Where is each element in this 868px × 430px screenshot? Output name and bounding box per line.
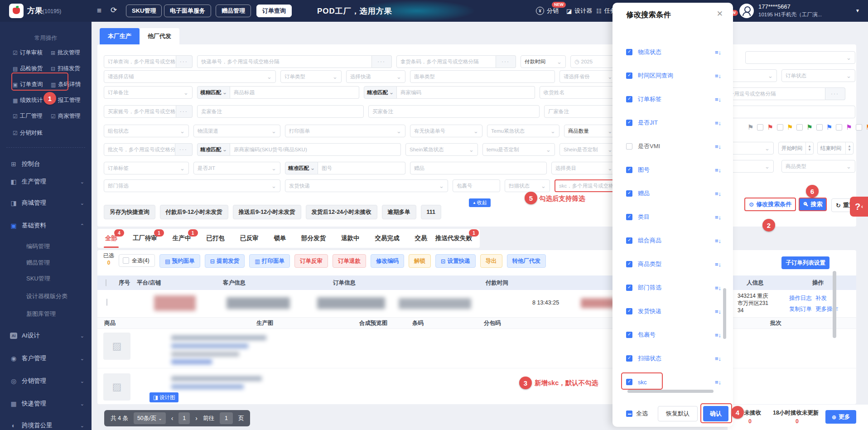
temu-urgent-select[interactable]: Temu紧急状态 (487, 125, 559, 137)
user-caret-icon[interactable]: ▼ (855, 8, 860, 13)
ship-courier-select[interactable]: 发货快递 (285, 179, 448, 192)
end-time-stepper[interactable]: 结束时间▲▼ (817, 142, 854, 155)
panel-item-package-no[interactable]: 包裹号≡↓ (626, 329, 721, 340)
right-select-1[interactable] (745, 51, 855, 64)
menu-fold-icon[interactable]: ≡ (97, 7, 101, 14)
sidebar-sub-gallery[interactable]: 新图库管理 (26, 310, 56, 318)
has-tracking-select[interactable]: 有无快递单号 (410, 125, 482, 137)
nav-gift-management[interactable]: 赠品管理 (216, 5, 251, 17)
order-status-select[interactable]: 订单状态 (781, 69, 855, 82)
shein-custom-select[interactable]: Shein是否定制 (559, 143, 617, 156)
reissue-link[interactable]: 补发 (815, 295, 827, 302)
original-merchant-code-input[interactable]: 原商家编码(SKU货号/商品SKU) (230, 143, 401, 156)
panel-item-order-tag[interactable]: 订单标签≡↓ (626, 94, 721, 105)
figure-no-input[interactable]: 图号 (318, 162, 405, 174)
next-page-icon[interactable]: › (195, 415, 198, 422)
early-ship-button[interactable]: ⊟提前发货 (205, 254, 245, 268)
panel-item-gift[interactable]: 赠品≡↓ (626, 188, 721, 199)
design-image-badge[interactable]: ◨设计图 (149, 392, 178, 402)
status-tab-in-production[interactable]: 生产中1 (165, 229, 199, 248)
quick-filter-ship-12-24[interactable]: 发货后12-24小时未揽收 (306, 205, 377, 219)
tracking-no-more-icon[interactable]: ··· (372, 55, 392, 68)
right-more-icon[interactable]: ··· (825, 87, 845, 100)
sort-handle-icon[interactable]: ≡↓ (715, 237, 721, 244)
merchant-code-input[interactable]: 商家编码 (397, 86, 535, 99)
sort-handle-icon[interactable]: ≡↓ (715, 190, 721, 197)
waybill-type-input[interactable]: 面单类型 (410, 70, 555, 83)
print-waybill-select[interactable]: 打印面单 (285, 125, 405, 137)
panel-select-all[interactable]: 全选 (626, 410, 648, 418)
header-checkbox[interactable] (106, 279, 106, 286)
status-tab-push-dropship-failed[interactable]: 推送代发失败1 (428, 229, 480, 248)
sort-handle-icon[interactable]: ≡↓ (715, 285, 721, 291)
panel-horizontal-scrollbar[interactable] (627, 390, 714, 393)
order-tag-select[interactable]: 订单标签 (104, 162, 189, 174)
status-tab-locked[interactable]: 锁单 (266, 229, 294, 248)
checkbox-unchecked-icon[interactable] (626, 143, 632, 150)
op-log-link[interactable]: 操作日志 (789, 295, 812, 302)
copy-order-link[interactable]: 复制订单 (789, 305, 812, 313)
checkbox-indeterminate-icon[interactable] (626, 411, 632, 417)
product-qty-select[interactable]: 商品数量 (564, 125, 617, 137)
panel-item-combo-product[interactable]: 组合商品≡↓ (626, 235, 721, 246)
sort-handle-icon[interactable]: ≡↓ (715, 214, 721, 221)
product-title-input[interactable]: 商品标题 (230, 86, 359, 99)
sidebar-quick-distribution-recon[interactable]: ☑分销对账 (13, 129, 43, 137)
quick-filter-111[interactable]: 111 (421, 205, 441, 219)
checkbox-checked-icon[interactable] (626, 285, 632, 291)
nav-order-query[interactable]: 订单查询 (256, 5, 292, 17)
start-time-stepper[interactable]: 开始时间▲▼ (778, 142, 814, 155)
status-tab-refunding[interactable]: 退款中 (333, 229, 367, 248)
select-all-checkbox[interactable]: 全选(4) (119, 254, 155, 267)
select-all-box-icon[interactable] (123, 257, 129, 264)
pay-time-select[interactable]: 付款时间 (521, 55, 566, 68)
sidebar-item-customer[interactable]: ◉客户管理⌄ (10, 354, 84, 362)
checkbox-checked-icon[interactable] (626, 120, 632, 126)
flag-purple-checkbox[interactable] (856, 124, 862, 130)
pack-status-select[interactable]: 组包状态 (104, 125, 189, 137)
suborder-list-settings-button[interactable]: 子订单列表设置 (781, 256, 829, 269)
transfer-dropship-button[interactable]: 转他厂代发 (507, 254, 546, 268)
sidebar-quick-scan-ship[interactable]: ⊟扫描发货 (51, 65, 80, 72)
sidebar-quick-barcode-detail[interactable]: ▥条码详情 (51, 81, 81, 88)
sort-handle-icon[interactable]: ≡↓ (715, 308, 721, 315)
exact-match-select-3[interactable]: 精准匹配 (285, 162, 318, 174)
exact-match-select-2[interactable]: 精准匹配 (197, 143, 230, 156)
refresh-icon[interactable]: ⟳ (111, 6, 117, 14)
order-remark-select[interactable]: 订单备注 (104, 86, 193, 99)
buyer-account-input[interactable]: 买家账号，多个用逗号或空格分隔 (104, 105, 176, 118)
receiver-name-input[interactable]: 收货姓名 (540, 86, 617, 99)
flag-blue-checkbox[interactable] (836, 124, 842, 130)
sidebar-item-console[interactable]: ⊞控制台 (10, 160, 84, 168)
current-page[interactable]: 1 (178, 412, 190, 424)
checkbox-checked-icon[interactable] (626, 355, 632, 362)
checkbox-checked-icon[interactable] (626, 308, 632, 314)
table-scrollbar[interactable] (833, 271, 836, 338)
tracking-no-input[interactable]: 快递单号，多个用逗号或空格分隔 (197, 55, 372, 68)
checkbox-checked-icon[interactable] (626, 72, 632, 79)
date-range-input[interactable]: ◷2025 (570, 55, 617, 68)
right-empty-input[interactable] (725, 106, 855, 118)
panel-item-category[interactable]: 类目≡↓ (626, 212, 721, 222)
buyer-note-input[interactable]: 买家备注 (368, 105, 540, 118)
sidebar-item-base-data[interactable]: ▣基础资料⌃ (10, 222, 84, 230)
gift-input[interactable]: 赠品 (410, 162, 547, 174)
department-filter-select[interactable]: 部门筛选 (104, 179, 280, 192)
panel-item-time-range[interactable]: 时间区间查询≡↓ (626, 70, 721, 81)
designer-entry[interactable]: ◪设计器 (566, 0, 592, 22)
checkbox-checked-icon[interactable] (626, 167, 632, 173)
checkbox-checked-icon[interactable] (626, 190, 632, 197)
courier-select[interactable]: 选择快递 (346, 70, 405, 83)
unlock-button[interactable]: 解锁 (409, 254, 431, 268)
goto-page-input[interactable]: 1 (220, 412, 233, 424)
nav-sku-management[interactable]: SKU管理 (126, 5, 162, 17)
batch-no-more-icon[interactable]: ··· (175, 143, 193, 156)
tab-own-factory[interactable]: 本厂生产 (100, 28, 140, 44)
sort-handle-icon[interactable]: ≡↓ (715, 355, 721, 362)
sidebar-item-express[interactable]: ▦快递管理⌄ (10, 400, 84, 408)
status-tab-factory-audit[interactable]: 工厂待审1 (125, 229, 165, 248)
sidebar-item-ai-design[interactable]: AiAI设计⌄ (10, 332, 84, 340)
order-refund-button[interactable]: 订单退款 (333, 254, 366, 268)
quick-filter-push-9-12[interactable]: 推送后9-12小时未发货 (233, 205, 301, 219)
temu-custom-select[interactable]: temu是否定制 (482, 143, 555, 156)
